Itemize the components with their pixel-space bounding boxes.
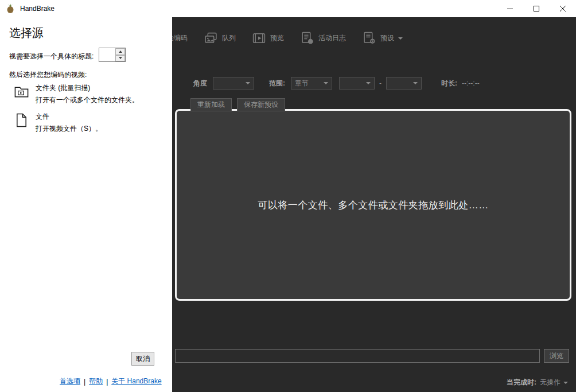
preferences-link[interactable]: 首选项 [60, 377, 80, 386]
spinner-buttons [115, 48, 125, 61]
queue-icon [204, 31, 218, 45]
source-panel-title: 选择源 [9, 25, 44, 41]
chevron-down-icon [246, 82, 250, 84]
handbrake-logo-icon [5, 3, 15, 14]
preview-icon [252, 31, 266, 45]
handbrake-window: HandBrake 开始编码 [0, 0, 576, 392]
toolbar-activity-log-label: 活动日志 [318, 33, 346, 43]
title-field-label: 视需要选择一个具体的标题: [9, 52, 94, 61]
range-label: 范围: [269, 79, 285, 88]
source-option-folder-text: 文件夹 (批量扫描) 打开有一个或多个文件的文件夹。 [36, 83, 139, 105]
chevron-down-icon [398, 37, 403, 40]
close-icon [560, 6, 566, 11]
titlebar: HandBrake [0, 0, 576, 17]
when-done-label: 当完成时: [507, 378, 536, 387]
browse-button[interactable]: 浏览 [544, 349, 569, 363]
presets-icon [362, 31, 376, 45]
destination-input[interactable] [175, 349, 540, 363]
activity-log-icon: i [300, 31, 314, 45]
source-option-folder[interactable]: 文件夹 (批量扫描) 打开有一个或多个文件的文件夹。 [14, 83, 139, 105]
source-panel: 选择源 视需要选择一个具体的标题: 然后选择您想编码的视频: 文件夹 (批量扫描… [0, 17, 172, 392]
source-panel-footer: 首选项 | 帮助 | 关于 HandBrake [60, 377, 162, 386]
angle-label: 角度 [193, 79, 207, 88]
range-start-select[interactable] [339, 77, 375, 90]
angle-select[interactable] [213, 77, 254, 90]
range-controls: 角度 范围: 章节 - 时长: --:--:-- [193, 76, 480, 90]
when-done-select[interactable]: 无操作 [540, 378, 568, 387]
maximize-button[interactable] [523, 0, 550, 17]
chevron-down-icon [366, 82, 371, 84]
maximize-icon [534, 6, 539, 11]
save-new-preset-button[interactable]: 保存新预设 [237, 98, 285, 111]
toolbar-queue-button[interactable]: 队列 [204, 31, 236, 45]
toolbar-presets-button[interactable]: 预设 [362, 31, 403, 45]
file-icon [14, 112, 29, 129]
when-done-value: 无操作 [540, 378, 561, 387]
footer-separator: | [106, 378, 108, 386]
source-option-file-desc: 打开视频文件（S）。 [36, 124, 102, 134]
about-handbrake-link[interactable]: 关于 HandBrake [111, 377, 161, 386]
toolbar-presets-label: 预设 [380, 33, 394, 43]
dropzone-hint-text: 可以将一个文件、多个文件或文件夹拖放到此处…… [258, 199, 489, 212]
window-title: HandBrake [20, 5, 55, 13]
range-end-select[interactable] [386, 77, 422, 90]
toolbar-activity-log-button[interactable]: i 活动日志 [300, 31, 346, 45]
chevron-down-icon [324, 82, 328, 84]
source-panel-subtitle: 然后选择您想编码的视频: [9, 70, 87, 80]
toolbar-preview-label: 预览 [270, 33, 284, 43]
range-separator: - [379, 79, 382, 87]
duration-value: --:--:-- [462, 79, 480, 87]
title-number-input[interactable] [99, 48, 115, 61]
footer-separator: | [84, 378, 85, 386]
range-type-select[interactable]: 章节 [291, 77, 332, 90]
spinner-down-button[interactable] [115, 55, 125, 62]
preset-actions: 重新加载 保存新预设 [190, 98, 285, 111]
toolbar-preview-button[interactable]: 预览 [252, 31, 284, 45]
destination-row: 浏览 [175, 349, 569, 363]
reload-button[interactable]: 重新加载 [190, 98, 232, 111]
toolbar-queue-label: 队列 [222, 33, 236, 43]
title-number-spinner [99, 48, 126, 62]
minimize-button[interactable] [497, 0, 523, 17]
file-dropzone[interactable]: 可以将一个文件、多个文件或文件夹拖放到此处…… [175, 109, 571, 301]
arrow-down-icon [119, 57, 122, 59]
help-link[interactable]: 帮助 [89, 377, 103, 386]
source-option-file[interactable]: 文件 打开视频文件（S）。 [14, 112, 102, 134]
source-option-file-title: 文件 [36, 112, 102, 122]
svg-text:i: i [310, 40, 311, 44]
chevron-down-icon [563, 382, 568, 384]
chevron-down-icon [413, 82, 418, 84]
source-option-file-text: 文件 打开视频文件（S）。 [36, 112, 102, 134]
minimize-icon [507, 6, 513, 11]
cancel-button[interactable]: 取消 [131, 352, 154, 366]
duration-label: 时长: [441, 79, 457, 88]
folder-batch-scan-icon [14, 83, 29, 100]
toolbar: 开始编码 队列 预览 i 活动日志 [142, 31, 403, 45]
spinner-up-button[interactable] [115, 48, 125, 55]
source-option-folder-desc: 打开有一个或多个文件的文件夹。 [36, 95, 139, 105]
close-button[interactable] [550, 0, 576, 17]
source-option-folder-title: 文件夹 (批量扫描) [36, 83, 139, 93]
window-controls [497, 0, 576, 17]
arrow-up-icon [119, 51, 122, 53]
